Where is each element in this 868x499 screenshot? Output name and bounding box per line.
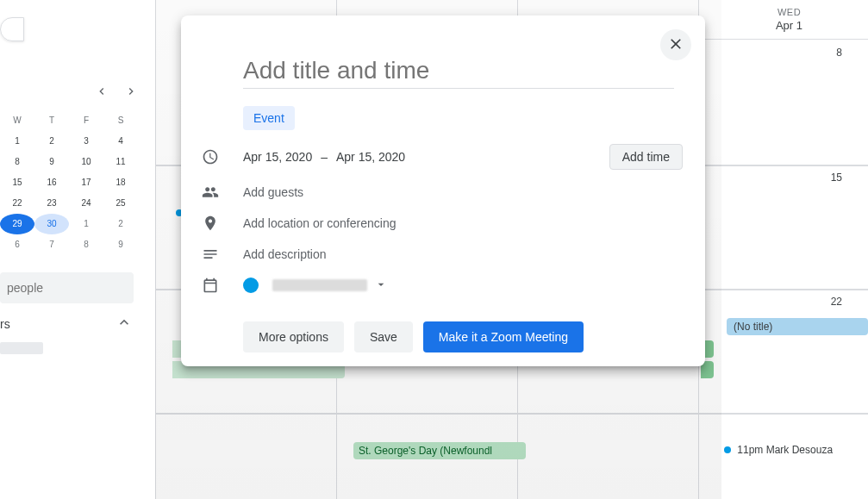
calendar-color-dot <box>243 278 259 293</box>
add-description-row[interactable]: Add description <box>195 246 691 263</box>
mini-cal-day[interactable]: 9 <box>103 234 138 255</box>
mini-cal-day[interactable]: 8 <box>69 234 103 255</box>
mini-cal-day[interactable]: 3 <box>69 131 103 152</box>
chevron-up-icon[interactable] <box>116 314 133 334</box>
my-calendars-label: rs <box>0 317 10 331</box>
mini-cal-day[interactable]: 25 <box>103 193 138 214</box>
mini-calendar[interactable]: WTFS 12348910111516171822232425293012678… <box>0 110 138 255</box>
event-dot-icon <box>724 446 731 453</box>
date-cell[interactable]: 15 <box>831 172 842 184</box>
mini-cal-day[interactable]: 18 <box>103 172 138 193</box>
date-separator: – <box>321 150 328 164</box>
day-header[interactable]: WED Apr 1 <box>699 0 868 40</box>
make-zoom-meeting-button[interactable]: Make it a Zoom Meeting <box>423 321 584 352</box>
mini-cal-prev[interactable] <box>95 84 109 102</box>
mini-cal-day[interactable]: 29 <box>0 214 34 234</box>
date-cell[interactable]: 8 <box>836 47 842 59</box>
people-icon <box>202 184 243 201</box>
search-people-input[interactable] <box>0 272 134 303</box>
mini-cal-day[interactable]: 1 <box>0 131 34 152</box>
add-guests-row[interactable]: Add guests <box>195 184 691 201</box>
calendar-event-st-george[interactable]: St. George's Day (Newfoundl <box>353 442 526 459</box>
tab-event[interactable]: Event <box>243 106 295 130</box>
calendar-event[interactable] <box>700 296 868 313</box>
event-title-input[interactable] <box>243 53 674 89</box>
end-date[interactable]: Apr 15, 2020 <box>336 150 405 164</box>
mini-cal-day[interactable]: 1 <box>69 214 103 234</box>
mini-cal-day[interactable]: 2 <box>34 131 69 152</box>
mini-cal-day[interactable]: 30 <box>34 214 69 234</box>
add-location-row[interactable]: Add location or conferencing <box>195 215 691 232</box>
mini-cal-day[interactable]: 16 <box>34 172 69 193</box>
date-cell[interactable]: 22 <box>831 296 842 308</box>
mini-cal-day[interactable]: 7 <box>34 234 69 255</box>
calendar-event-no-title[interactable]: (No title) <box>727 318 868 335</box>
description-icon <box>202 246 243 263</box>
more-options-button[interactable]: More options <box>243 321 344 352</box>
close-icon <box>667 35 684 55</box>
mini-cal-day[interactable]: 4 <box>103 131 138 152</box>
location-icon <box>202 215 243 232</box>
calendar-icon <box>202 277 243 294</box>
mini-cal-next[interactable] <box>124 84 138 102</box>
mini-cal-day[interactable]: 10 <box>69 152 103 172</box>
add-time-button[interactable]: Add time <box>609 144 683 170</box>
calendar-event-mark[interactable]: 11pm Mark Desouza <box>724 444 833 456</box>
clock-icon <box>202 148 243 165</box>
sidebar: WTFS 12348910111516171822232425293012678… <box>0 0 147 499</box>
mini-cal-day[interactable]: 2 <box>103 214 138 234</box>
mini-cal-day[interactable]: 15 <box>0 172 34 193</box>
mini-cal-day[interactable]: 17 <box>69 172 103 193</box>
mini-cal-day[interactable]: 9 <box>34 152 69 172</box>
start-date[interactable]: Apr 15, 2020 <box>243 150 312 164</box>
mini-cal-day[interactable]: 6 <box>0 234 34 255</box>
calendar-selector-row[interactable] <box>195 277 691 294</box>
chevron-down-icon <box>367 278 388 294</box>
calendar-list-item[interactable] <box>0 342 43 354</box>
calendar-name <box>272 279 367 291</box>
mini-cal-day[interactable]: 8 <box>0 152 34 172</box>
mini-cal-day[interactable]: 24 <box>69 193 103 214</box>
mini-cal-day[interactable]: 23 <box>34 193 69 214</box>
quick-create-dialog: Event Apr 15, 2020 – Apr 15, 2020 Add ti… <box>181 16 705 366</box>
create-button[interactable] <box>0 17 24 41</box>
save-button[interactable]: Save <box>354 321 413 352</box>
mini-cal-day[interactable]: 11 <box>103 152 138 172</box>
mini-cal-day[interactable]: 22 <box>0 193 34 214</box>
close-button[interactable] <box>660 29 691 60</box>
